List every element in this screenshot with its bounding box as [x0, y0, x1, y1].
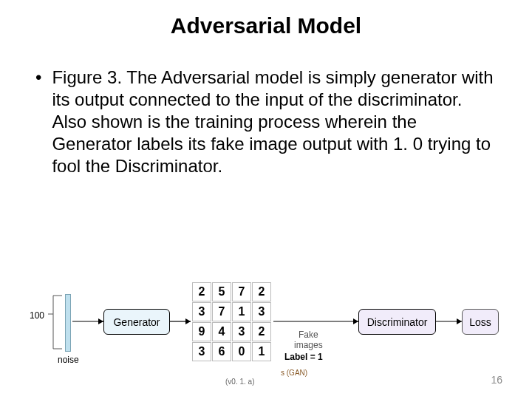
digit-cell: 2 — [192, 282, 211, 301]
digit-cell: 3 — [192, 302, 211, 321]
svg-marker-3 — [185, 318, 191, 324]
svg-marker-7 — [457, 318, 462, 324]
figure-caption: Figure 3. The Adversarial model is simpl… — [52, 66, 497, 177]
page-number: 16 — [491, 374, 502, 386]
digit-cell: 1 — [252, 342, 271, 361]
digit-cell: 3 — [192, 342, 211, 361]
bullet-mark: • — [35, 66, 41, 177]
discriminator-block: Discriminator — [358, 309, 436, 335]
fake-images-label: Fake images — [294, 330, 323, 350]
digit-cell: 2 — [252, 322, 271, 341]
loss-block: Loss — [462, 309, 499, 335]
label-eq: Label = 1 — [284, 352, 323, 362]
digit-cell: 2 — [252, 282, 271, 301]
digit-cell: 0 — [232, 342, 251, 361]
digit-cell: 3 — [252, 302, 271, 321]
body-text: • Figure 3. The Adversarial model is sim… — [35, 66, 497, 177]
digit-cell: 6 — [212, 342, 231, 361]
digit-cell: 1 — [232, 302, 251, 321]
generator-block: Generator — [103, 309, 170, 335]
figure-3: 100 noise Generator 2 5 7 2 3 7 1 3 9 4 … — [30, 281, 502, 377]
svg-marker-1 — [98, 318, 103, 324]
slide-title: Adversarial Model — [0, 13, 532, 38]
digit-cell: 9 — [192, 322, 211, 341]
footer-reference: s (GAN) — [281, 369, 307, 377]
footer-version: (v0. 1. a) — [225, 378, 254, 386]
digit-cell: 3 — [232, 322, 251, 341]
fake-image-grid: 2 5 7 2 3 7 1 3 9 4 3 2 3 6 0 1 — [192, 282, 271, 361]
digit-cell: 7 — [232, 282, 251, 301]
digit-cell: 5 — [212, 282, 231, 301]
svg-marker-5 — [353, 318, 358, 324]
digit-cell: 7 — [212, 302, 231, 321]
digit-cell: 4 — [212, 322, 231, 341]
